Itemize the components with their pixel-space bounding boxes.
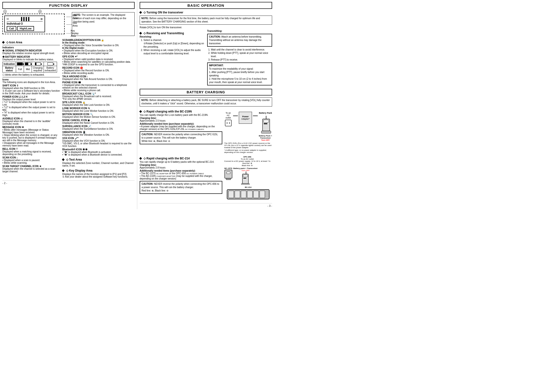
left-page-num: - 2 - xyxy=(2,182,7,184)
record-l2: • Blinks while recording audio. xyxy=(62,72,135,74)
battery-th-status: Batterystatus xyxy=(3,66,16,72)
important-l2: 2. Hold the microphone 5 to 10 cm (2 to … xyxy=(209,77,271,84)
bt-l1: • "❶" is displayed when Bluetooth is act… xyxy=(62,151,135,154)
text-area-title: ◇ Text Area xyxy=(62,158,135,161)
bc214-charger-diagram: BC-214 xyxy=(224,186,272,201)
shift-line-2: ① A user can use a Software key's second… xyxy=(2,90,60,95)
receiving-title: ◇ Receiving and Transmitting xyxy=(140,32,205,35)
scrambler-analog-text: • Displayed when the Voice Scrambler fun… xyxy=(62,44,135,47)
scrambler-d2: • Blinks when decoding an encrypted sign… xyxy=(62,52,135,55)
battery-title: ❷ BATTERY INDICATOR xyxy=(2,56,60,58)
bc214-text-col: ◇ Rapid charging with the BC-214 You can… xyxy=(140,155,222,201)
transmitting-caution-title: CAUTION: xyxy=(209,35,221,38)
receiving-label: Receiving: xyxy=(140,35,205,38)
bc219n-charger-icon xyxy=(259,115,272,134)
bc214-caution: CAUTION: NEVER reverse the polarity when… xyxy=(140,181,222,194)
bc219n-charger-radio: Battery Pack xyxy=(259,112,272,141)
ac-outlet-icon xyxy=(225,119,232,126)
power-text: Displays the output power level. xyxy=(2,98,60,101)
battery-text: Displayed or blinks to indicate the batt… xyxy=(2,58,60,61)
phone-l2: • Blinks while receiving a phone call. xyxy=(62,89,135,92)
page: FUNCTION DISPLAY 1 2 H ▐▐▐▐ xyxy=(0,0,274,209)
svg-rect-15 xyxy=(241,183,250,185)
talk-around-title: TALK AROUND ICON ↕ xyxy=(62,75,135,78)
display-note: NOTE: The screen is an example. The disp… xyxy=(72,12,135,36)
bc214-section: ◇ Rapid charging with the BC-214 You can… xyxy=(140,155,272,201)
bc214-caution-title: CAUTION: xyxy=(142,182,153,185)
vox-title: VOX ICON 🎤* xyxy=(62,137,135,140)
power-l1: • "L1" is displayed when the output powe… xyxy=(2,101,60,106)
bell-text: Displayed when a matching signal is rece… xyxy=(2,150,60,155)
annotation-icon-area: Icon Area xyxy=(72,14,81,19)
right-footer: - 3 - xyxy=(140,203,272,207)
phone-l1: • Displayed when the transceiver is conn… xyxy=(62,84,135,89)
battery-charging-note: NOTE: Before detaching or attaching a ba… xyxy=(140,98,272,106)
right-section-title: BASIC OPERATION xyxy=(140,2,272,9)
msg-line1: • Blinks after messages (Message or Stat… xyxy=(2,128,60,134)
key-display-note: ① Ask your dealer about the assigned Sof… xyxy=(62,175,135,178)
svg-rect-0 xyxy=(225,120,231,126)
svg-rect-8 xyxy=(225,170,232,178)
bc219n-diagram: To an AC outlet xyxy=(224,108,272,154)
receiving-step-1: Select a channel.①Rotate [Selector] or p… xyxy=(143,39,205,49)
receiving-steps: Select a channel.①Rotate [Selector] or p… xyxy=(140,39,205,55)
motion-sensor-text: Displayed when the Motion Sensor functio… xyxy=(62,116,135,118)
turning-on-title: ◇ Turning ON the transceiver xyxy=(140,11,272,14)
turning-on-note-label: NOTE: xyxy=(141,17,150,20)
battery-icon-empty xyxy=(43,62,57,66)
bc214-add-l1: • The BC-157S AC ADAPTER or the OPC-656 … xyxy=(140,172,222,175)
broadcast-l1: Displayed when the Broadcast call is rec… xyxy=(62,95,135,98)
icon-area-title: ◇ Icon Area xyxy=(2,41,60,44)
annotation-key-display: Key Display Area xyxy=(71,29,81,37)
bc214-caution-lines: Red line: ⊕, Black line: ⊖ xyxy=(142,189,168,192)
scrambler-d1: • Displayed when the Encryption function… xyxy=(62,49,135,52)
transmitting-caution: CAUTION: Attach an antenna before transm… xyxy=(207,34,272,47)
bt-l2: • "❷" is displayed when a Bluetooth devi… xyxy=(62,154,135,156)
bc214-radio-icon xyxy=(241,172,250,185)
important-l1: 1. After pushing [PTT], pause briefly be… xyxy=(209,70,271,77)
important-box: IMPORTANT: To maximize the readability o… xyxy=(207,63,272,85)
power-adapter-icon: Power Adapter* xyxy=(239,112,252,124)
turning-on-text: Rotate [VOL] to turn ON the transceiver. xyxy=(140,26,272,29)
icons-title: Icons xyxy=(2,78,60,81)
bc214-add-l2: • The AD-132N CHARGER ADAPTER (may be su… xyxy=(140,175,222,180)
scan-target-title: SCAN TARGET CHANNEL ICON ★ xyxy=(2,165,60,168)
svg-point-2 xyxy=(229,123,230,124)
power-h: • "H" is displayed when the output power… xyxy=(2,111,60,117)
display-label: Individual-3 xyxy=(7,22,43,25)
bc214-ct-val: Approximately 2.8 hours xyxy=(140,166,222,169)
battery-td-mid: Mid xyxy=(24,66,32,72)
svg-rect-19 xyxy=(241,191,246,198)
bc219n-outlet: To an AC outlet xyxy=(224,112,232,127)
left-section-title: FUNCTION DISPLAY xyxy=(2,2,135,9)
turning-on-note-text: Before using the transceiver for the fir… xyxy=(141,17,260,23)
broadcast-title: BROADCAST CALL ICON 📡* xyxy=(62,92,135,95)
display-battery-icon: ▐▐▐▐ xyxy=(20,17,29,21)
circle-1: 1 xyxy=(3,10,7,13)
important-intro: To maximize the readability of your sign… xyxy=(209,67,271,70)
bc214-ct-label: Charging time: xyxy=(140,164,222,166)
turning-on-note: NOTE: Before using the transceiver for t… xyxy=(140,15,272,25)
svg-rect-20 xyxy=(247,191,252,198)
svg-rect-14 xyxy=(243,178,246,179)
text-area-text: Displays the selected Zone number, Chann… xyxy=(62,162,135,167)
right-page-num: - 3 - xyxy=(267,204,272,207)
key-display-text: Displays the names of the function assig… xyxy=(62,173,135,175)
svg-rect-21 xyxy=(253,191,259,198)
svg-rect-9 xyxy=(226,178,231,180)
display-top-right: ⊞ xyxy=(41,17,43,21)
battery-th-indication: Indication xyxy=(3,62,16,66)
svg-rect-17 xyxy=(228,191,234,198)
transmitting-col: Transmitting: CAUTION: Attach an antenna… xyxy=(207,30,272,87)
bc219n-ct-val: Approximately 2.5 hours xyxy=(140,119,222,122)
msg-line3: • Disappears when all messages in the Me… xyxy=(2,142,60,147)
key-display-title: ◇ Key Display Area xyxy=(62,169,135,172)
shift-line-1: Displayed when the Shift function is ON. xyxy=(2,87,60,90)
power-icon-title: POWER ICON L1 L2 H xyxy=(2,96,60,98)
audible-text: Displayed when the channel is in the 'au… xyxy=(2,120,60,125)
bc219n-adapter-block: Power Adapter* xyxy=(239,112,252,124)
battery-note-label: NOTE: xyxy=(141,99,149,101)
message-title: MESSAGE ICON ✉ xyxy=(2,126,60,128)
gps-l1: • Displayed when valid position data is … xyxy=(62,58,135,61)
scrambler-title: SCRAMBLER/ENCRYPTION ICON 🔒 xyxy=(62,39,135,42)
